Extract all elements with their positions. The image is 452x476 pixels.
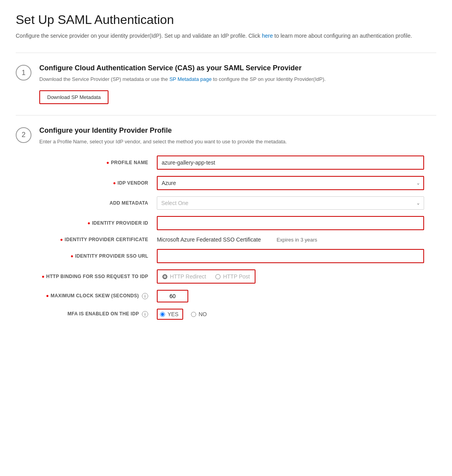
idp-vendor-field-cell: Azure ⌄: [154, 173, 436, 193]
sso-url-field-cell: [154, 246, 436, 266]
certificate-info: Microsoft Azure Federated SSO Certificat…: [157, 236, 434, 243]
sso-url-input[interactable]: [157, 249, 424, 263]
add-metadata-label-cell: ADD METADATA: [39, 193, 154, 213]
mfa-info-icon[interactable]: i: [142, 311, 148, 317]
step1-content: Configure Cloud Authentication Service (…: [39, 64, 436, 104]
certificate-label-cell: ●IDENTITY PROVIDER CERTIFICATE: [39, 233, 154, 246]
add-metadata-field-cell: Select One ⌄: [154, 193, 436, 213]
clock-skew-info-icon[interactable]: i: [142, 293, 148, 299]
mfa-yes-radio[interactable]: [160, 312, 165, 317]
profile-name-field-cell: [154, 152, 436, 173]
certificate-row: ●IDENTITY PROVIDER CERTIFICATE Microsoft…: [39, 233, 436, 246]
profile-name-input[interactable]: [157, 156, 424, 170]
step1-section: 1 Configure Cloud Authentication Service…: [16, 53, 436, 115]
sso-url-label-cell: ●IDENTITY PROVIDER SSO URL: [39, 246, 154, 266]
clock-skew-row: ●MAXIMUM CLOCK SKEW (SECONDS) i: [39, 287, 436, 306]
idp-vendor-select[interactable]: Azure: [157, 176, 424, 190]
mfa-radio-group: YES NO: [157, 309, 434, 320]
step1-description: Download the Service Provider (SP) metad…: [39, 75, 436, 83]
add-metadata-row: ADD METADATA Select One ⌄: [39, 193, 436, 213]
step2-section: 2 Configure your Identity Provider Profi…: [16, 115, 436, 334]
idp-vendor-row: ●IDP VENDOR Azure ⌄: [39, 173, 436, 193]
identity-provider-id-container: [157, 216, 424, 230]
certificate-name: Microsoft Azure Federated SSO Certificat…: [157, 236, 261, 243]
step1-title: Configure Cloud Authentication Service (…: [39, 64, 436, 72]
add-metadata-select[interactable]: Select One: [157, 196, 424, 210]
identity-provider-id-input[interactable]: [157, 216, 424, 230]
http-redirect-option[interactable]: HTTP Redirect: [162, 273, 206, 280]
step2-circle: 2: [16, 127, 31, 143]
page-title: Set Up SAML Authentication: [16, 13, 436, 27]
mfa-field-cell: YES NO: [154, 306, 436, 323]
http-redirect-radio[interactable]: [162, 274, 167, 279]
mfa-yes-option[interactable]: YES: [157, 309, 183, 320]
certificate-expiry: Expires in 3 years: [277, 237, 317, 243]
page-description: Configure the service provider on your i…: [16, 32, 436, 40]
sso-url-row: ●IDENTITY PROVIDER SSO URL: [39, 246, 436, 266]
idp-vendor-container: Azure ⌄: [157, 176, 424, 190]
required-indicator: ●: [113, 180, 116, 186]
required-indicator: ●: [60, 237, 63, 242]
mfa-row: MFA IS ENABLED ON THE IDP i YES NO: [39, 306, 436, 323]
required-indicator: ●: [70, 253, 73, 259]
required-indicator: ●: [88, 220, 91, 226]
clock-skew-label-cell: ●MAXIMUM CLOCK SKEW (SECONDS) i: [39, 287, 154, 306]
identity-provider-id-label-cell: ●IDENTITY PROVIDER ID: [39, 213, 154, 233]
http-binding-radio-group: HTTP Redirect HTTP Post: [157, 269, 255, 284]
required-indicator: ●: [46, 293, 49, 298]
step1-circle: 1: [16, 65, 31, 81]
step2-description: Enter a Profile Name, select your IdP ve…: [39, 138, 436, 146]
http-binding-row: ●HTTP BINDING FOR SSO REQUEST TO IDP HTT…: [39, 266, 436, 287]
mfa-no-radio[interactable]: [191, 312, 196, 317]
identity-provider-id-row: ●IDENTITY PROVIDER ID: [39, 213, 436, 233]
mfa-label-cell: MFA IS ENABLED ON THE IDP i: [39, 306, 154, 323]
certificate-field-cell: Microsoft Azure Federated SSO Certificat…: [154, 233, 436, 246]
sso-url-container: [157, 249, 424, 263]
mfa-no-option[interactable]: NO: [191, 311, 207, 317]
form-table: ●PROFILE NAME ●IDP VENDOR Azure: [39, 152, 436, 323]
step2-title: Configure your Identity Provider Profile: [39, 126, 436, 135]
profile-name-row: ●PROFILE NAME: [39, 152, 436, 173]
clock-skew-input[interactable]: [157, 290, 188, 302]
http-binding-label-cell: ●HTTP BINDING FOR SSO REQUEST TO IDP: [39, 266, 154, 287]
profile-name-label-cell: ●PROFILE NAME: [39, 152, 154, 173]
here-link[interactable]: here: [262, 33, 273, 39]
identity-provider-id-field-cell: [154, 213, 436, 233]
http-post-radio[interactable]: [215, 274, 220, 279]
clock-skew-field-cell: [154, 287, 436, 306]
download-sp-metadata-button[interactable]: Download SP Metadata: [39, 90, 108, 104]
idp-vendor-label-cell: ●IDP VENDOR: [39, 173, 154, 193]
http-binding-field-cell: HTTP Redirect HTTP Post: [154, 266, 436, 287]
step2-content: Configure your Identity Provider Profile…: [39, 126, 436, 323]
sp-metadata-link[interactable]: SP Metadata page: [169, 76, 211, 82]
http-post-option[interactable]: HTTP Post: [215, 273, 250, 280]
required-indicator: ●: [42, 274, 45, 279]
profile-name-container: [157, 156, 424, 170]
add-metadata-container: Select One ⌄: [157, 196, 424, 210]
required-indicator: ●: [107, 160, 110, 165]
